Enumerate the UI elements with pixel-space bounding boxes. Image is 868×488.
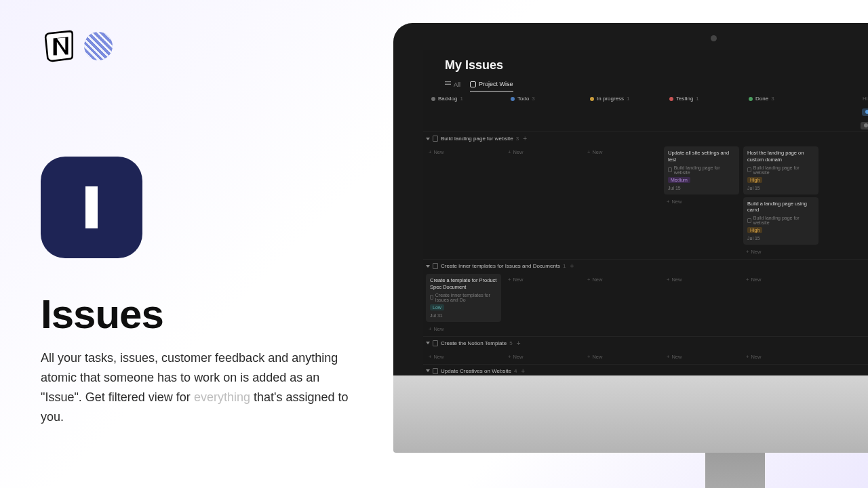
page-icon [433, 340, 438, 346]
chevron-down-icon [426, 369, 430, 372]
page-icon [433, 136, 438, 142]
linear-logo-icon [84, 32, 113, 60]
add-card-button[interactable]: New [585, 148, 660, 157]
add-card-button[interactable]: New [743, 275, 818, 284]
add-card-button[interactable]: New [743, 247, 818, 256]
chevron-down-icon [426, 138, 430, 140]
page-title: My Issues [445, 58, 868, 73]
kanban-board: Backlog1 Todo3 In progress1 Testing1 Don… [423, 92, 868, 130]
logo-row [41, 27, 387, 65]
lane-header[interactable]: Update Creatives on Website4+ [423, 365, 868, 376]
column-todo[interactable]: Todo [517, 96, 529, 102]
add-card-button[interactable]: + [570, 262, 574, 270]
board-icon [470, 81, 476, 87]
lane-header[interactable]: Build landing page for website3+ [423, 132, 868, 145]
page-icon [433, 368, 438, 374]
priority-badge: High [747, 227, 762, 233]
tab-project-wise[interactable]: Project Wise [470, 81, 513, 92]
add-card-button[interactable]: New [743, 352, 818, 361]
marketing-heading: Issues [41, 291, 387, 338]
priority-badge: Low [430, 304, 444, 310]
lane-header[interactable]: Create the Notion Template5+ [423, 337, 868, 350]
add-card-button[interactable]: + [517, 340, 521, 347]
add-card-button[interactable]: New [426, 325, 501, 333]
task-card[interactable]: Update all site settings and testBuild l… [664, 146, 739, 195]
column-in-progress[interactable]: In progress [597, 96, 624, 102]
add-card-button[interactable]: New [426, 148, 501, 157]
add-card-button[interactable]: New [664, 275, 739, 284]
monitor-mockup: My Issues All Project Wise Backlog1 Todo… [393, 23, 868, 464]
tab-all[interactable]: All [445, 81, 460, 92]
page-icon [433, 263, 438, 269]
priority-badge: High [747, 177, 762, 183]
add-card-button[interactable]: New [664, 352, 739, 361]
column-backlog[interactable]: Backlog [438, 96, 457, 102]
lane-title: Build landing page for website [441, 136, 513, 142]
column-testing[interactable]: Testing [676, 96, 693, 102]
task-card[interactable]: Create a template for Product Spec Docum… [426, 274, 501, 322]
add-card-button[interactable]: New [426, 352, 501, 361]
add-card-button[interactable]: + [521, 367, 525, 375]
lane-title: Update Creatives on Website [441, 368, 511, 374]
hidden-group-released[interactable]: Released [862, 108, 868, 116]
marketing-panel: Issues All your tasks, issues, customer … [0, 0, 387, 488]
add-card-button[interactable]: New [505, 148, 580, 157]
lane-title: Create the Notion Template [441, 340, 507, 346]
add-card-button[interactable]: New [585, 275, 660, 284]
chevron-down-icon [426, 265, 430, 268]
app-screen: My Issues All Project Wise Backlog1 Todo… [423, 50, 868, 375]
camera-icon [711, 35, 717, 41]
column-done[interactable]: Done [755, 96, 768, 102]
issues-badge-icon [41, 157, 142, 258]
lane-header[interactable]: Create inner templates for Issues and Do… [423, 260, 868, 272]
chevron-down-icon [426, 342, 430, 344]
task-card[interactable]: Host the landing page on custom domainBu… [743, 146, 818, 195]
add-card-button[interactable]: New [505, 352, 580, 361]
hidden-group-cancelled[interactable]: Cancelled [861, 122, 868, 129]
add-card-button[interactable]: New [505, 275, 580, 284]
hidden-groups-label: Hidden groups [827, 93, 868, 104]
add-card-button[interactable]: New [664, 197, 739, 206]
lane-title: Create inner templates for Issues and Do… [441, 263, 560, 269]
add-card-button[interactable]: + [523, 135, 527, 142]
task-card[interactable]: Build a landing page using carrdBuild la… [743, 197, 818, 245]
marketing-description: All your tasks, issues, customer feedbac… [41, 348, 359, 428]
add-card-button[interactable]: New [585, 352, 660, 361]
notion-logo-icon [41, 27, 79, 65]
priority-badge: Medium [668, 177, 690, 183]
